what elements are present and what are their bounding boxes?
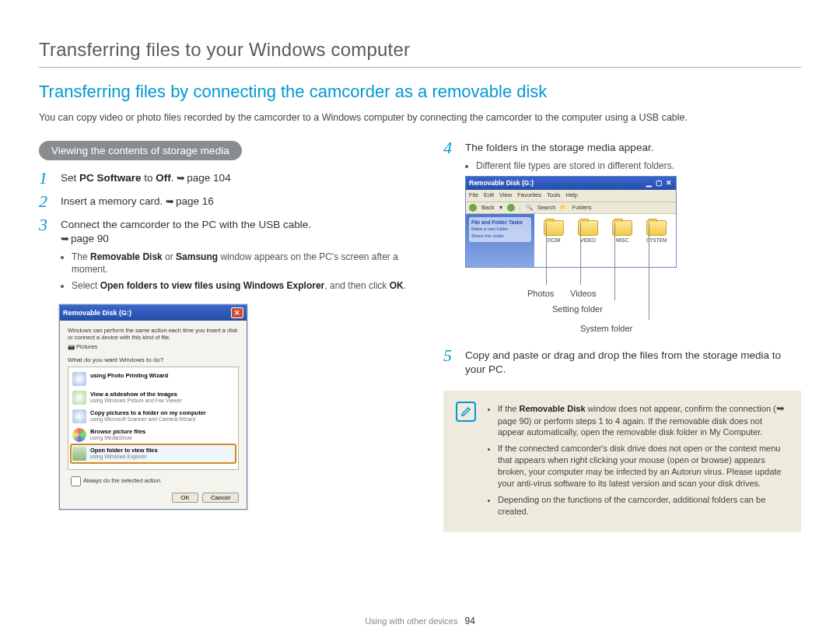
- step-number: 2: [39, 193, 53, 210]
- step-3-bullet-1: The Removable Disk or Samsung window app…: [72, 251, 412, 275]
- note-icon: [456, 402, 476, 422]
- callout-videos: Videos: [570, 288, 596, 300]
- callout-photos: Photos: [527, 288, 554, 300]
- page-number: 94: [464, 616, 474, 626]
- callout-system: System folder: [580, 323, 632, 335]
- explorer-window: Removable Disk (G:) ▁ ▢ ✕ FileEditViewFa…: [465, 176, 677, 268]
- divider: [39, 67, 801, 68]
- folder-misc[interactable]: MISC: [607, 220, 637, 261]
- step-5: 5 Copy and paste or drag and drop the fi…: [443, 349, 801, 377]
- step-number: 5: [443, 347, 457, 377]
- dialog-hint: Windows can perform the same action each…: [68, 327, 239, 341]
- arrow-icon: ➥: [177, 171, 185, 185]
- list-item-selected[interactable]: Open folder to view filesusing Windows E…: [71, 444, 236, 463]
- note-item-3: Depending on the functions of the camcor…: [498, 494, 789, 517]
- step-number: 3: [39, 216, 53, 296]
- step-number: 1: [39, 170, 53, 187]
- step-4-bullet: Different file types are stored in diffe…: [476, 160, 801, 172]
- folder-video[interactable]: VIDEO: [573, 220, 603, 261]
- list-item[interactable]: View a slideshow of the imagesusing Wind…: [71, 388, 236, 407]
- folder-system[interactable]: SYSTEM: [642, 220, 671, 261]
- arrow-icon: ➥: [776, 402, 785, 416]
- list-item[interactable]: using Photo Printing Wizard: [71, 370, 236, 388]
- back-icon[interactable]: [469, 204, 477, 212]
- step-4: 4 The folders in the storage media appea…: [443, 141, 801, 341]
- explorer-sidebar: File and Folder Tasks Make a new folder …: [466, 214, 534, 267]
- step-3: 3 Connect the camcorder to the PC with t…: [39, 218, 412, 296]
- step-3-bullet-2: Select Open folders to view files using …: [72, 279, 412, 292]
- note-item-1: If the Removable Disk window does not ap…: [498, 402, 789, 438]
- dialog-question: What do you want Windows to do?: [68, 356, 239, 363]
- footer-section: Using with other devices: [365, 616, 457, 626]
- folder-dcim[interactable]: DCIM: [539, 220, 569, 261]
- step-2: 2 Insert a memory card. ➥page 16: [39, 195, 412, 210]
- list-item[interactable]: Browse picture filesusing MediaShow: [71, 426, 236, 444]
- dialog-title: Removable Disk (G:): [63, 309, 131, 317]
- page-footer: Using with other devices 94: [0, 616, 840, 626]
- section-heading: Transferring files by connecting the cam…: [39, 82, 801, 102]
- callout-diagram: Photos Videos Setting folder System fold…: [465, 271, 675, 341]
- explorer-menubar[interactable]: FileEditViewFavoritesToolsHelp: [466, 190, 676, 202]
- intro-text: You can copy video or photo files record…: [39, 111, 801, 125]
- always-checkbox[interactable]: [71, 476, 81, 486]
- arrow-icon: ➥: [166, 195, 174, 209]
- arrow-icon: ➥: [61, 232, 69, 246]
- note-box: If the Removable Disk window does not ap…: [443, 391, 801, 532]
- forward-icon[interactable]: [507, 204, 515, 212]
- callout-setting: Setting folder: [552, 303, 603, 315]
- removable-disk-dialog: Removable Disk (G:) ✕ Windows can perfor…: [59, 304, 247, 510]
- explorer-title: Removable Disk (G:): [469, 179, 534, 188]
- note-item-2: If the connected camcorder's disk drive …: [498, 443, 789, 489]
- ok-button[interactable]: OK: [172, 493, 198, 503]
- always-label: Always do the selected action.: [83, 477, 162, 484]
- step-number: 4: [443, 139, 457, 341]
- close-icon[interactable]: ✕: [231, 307, 243, 318]
- dialog-action-list[interactable]: using Photo Printing Wizard View a slide…: [68, 367, 239, 470]
- dialog-filetype: Pictures: [76, 343, 97, 350]
- page-title: Transferring files to your Windows compu…: [39, 39, 801, 61]
- cancel-button[interactable]: Cancel: [202, 493, 239, 503]
- explorer-toolbar[interactable]: Back ▾ | 🔍 Search 📁 Folders: [466, 202, 676, 214]
- step-1: 1 Set PC Software to Off. ➥page 104: [39, 171, 412, 187]
- subsection-pill: Viewing the contents of storage media: [39, 141, 242, 160]
- list-item[interactable]: Copy pictures to a folder on my computer…: [71, 407, 236, 426]
